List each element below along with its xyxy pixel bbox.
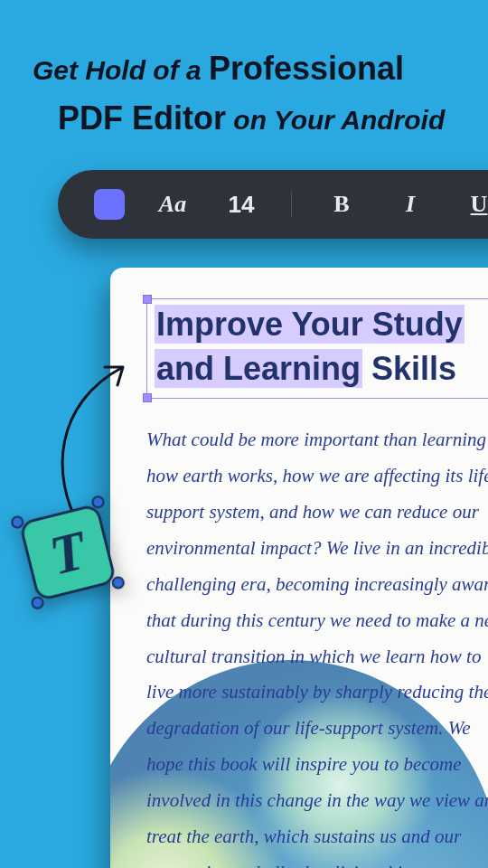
headline-strong1: Professional [209, 50, 404, 87]
marketing-headline: Get Hold of a Professional PDF Editor on… [33, 47, 470, 140]
underline-button[interactable]: U [458, 191, 488, 218]
text-format-toolbar: Aa 14 B I U [58, 170, 488, 239]
title-selection-box[interactable]: Improve Your Study and Learning Skills [146, 298, 488, 399]
font-size-button[interactable]: 14 [221, 191, 262, 219]
italic-button[interactable]: I [389, 191, 431, 218]
title-hl-2: and Learning [155, 349, 362, 388]
headline-part2: on Your Android [233, 105, 445, 135]
color-swatch[interactable] [94, 189, 125, 220]
document-body[interactable]: What could be more important than learni… [146, 422, 488, 868]
text-tool-badge: T [10, 495, 126, 610]
title-hl-1: Improve Your Study [155, 305, 465, 344]
document-title[interactable]: Improve Your Study and Learning Skills [155, 303, 488, 391]
headline-part1: Get Hold of a [33, 55, 202, 85]
document-page: Improve Your Study and Learning Skills W… [110, 268, 488, 868]
headline-strong2: PDF Editor [58, 99, 226, 137]
bold-button[interactable]: B [321, 191, 362, 218]
font-family-button[interactable]: Aa [152, 191, 193, 218]
title-tail: Skills [362, 350, 456, 387]
text-tool-glyph: T [10, 495, 126, 610]
toolbar-separator [291, 191, 292, 218]
